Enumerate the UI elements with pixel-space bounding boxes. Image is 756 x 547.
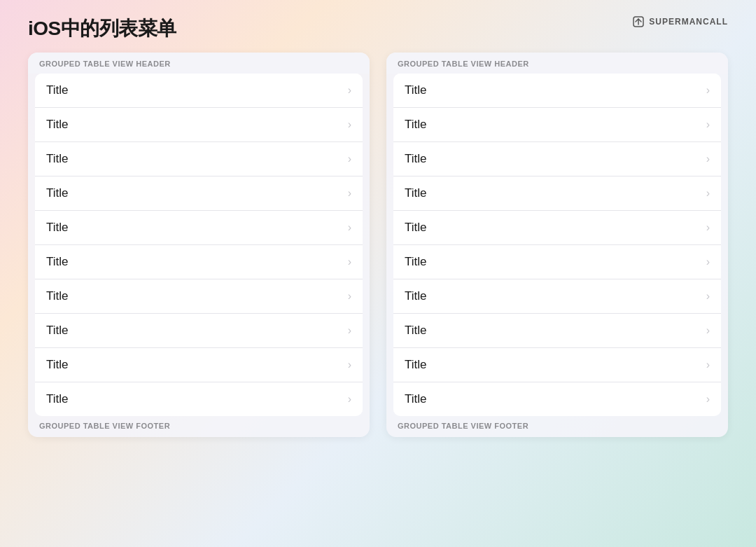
- table-row[interactable]: Title›: [393, 245, 721, 279]
- chevron-right-icon: ›: [348, 153, 351, 165]
- row-title: Title: [405, 392, 427, 406]
- row-title: Title: [46, 358, 69, 372]
- chevron-right-icon: ›: [348, 221, 351, 234]
- chevron-right-icon: ›: [348, 359, 351, 371]
- chevron-right-icon: ›: [348, 393, 351, 406]
- table-row[interactable]: Title›: [35, 176, 363, 211]
- chevron-right-icon: ›: [706, 84, 710, 97]
- chevron-right-icon: ›: [706, 118, 710, 131]
- tables-container: GROUPED TABLE VIEW HEADERTitle›Title›Tit…: [28, 53, 728, 437]
- table-header-0: GROUPED TABLE VIEW HEADER: [28, 53, 370, 74]
- table-row[interactable]: Title›: [393, 211, 721, 245]
- table-left: GROUPED TABLE VIEW HEADERTitle›Title›Tit…: [28, 53, 370, 437]
- chevron-right-icon: ›: [706, 290, 710, 303]
- chevron-right-icon: ›: [706, 221, 710, 234]
- chevron-right-icon: ›: [706, 359, 710, 371]
- table-row[interactable]: Title›: [35, 108, 363, 142]
- table-row[interactable]: Title›: [35, 142, 363, 176]
- table-row[interactable]: Title›: [393, 108, 721, 142]
- row-title: Title: [405, 118, 427, 132]
- row-title: Title: [405, 152, 427, 166]
- row-title: Title: [46, 118, 69, 132]
- chevron-right-icon: ›: [706, 153, 710, 165]
- table-row[interactable]: Title›: [35, 74, 363, 108]
- brand-icon: [632, 15, 645, 28]
- row-title: Title: [405, 186, 427, 200]
- table-row[interactable]: Title›: [35, 382, 363, 416]
- brand-logo: SUPERMANCALL: [632, 15, 728, 28]
- chevron-right-icon: ›: [706, 324, 710, 337]
- table-row[interactable]: Title›: [35, 314, 363, 348]
- table-footer-1: GROUPED TABLE VIEW FOOTER: [386, 416, 728, 437]
- table-row[interactable]: Title›: [35, 211, 363, 245]
- table-row[interactable]: Title›: [393, 176, 721, 211]
- row-title: Title: [46, 255, 69, 269]
- table-row[interactable]: Title›: [393, 142, 721, 176]
- row-title: Title: [46, 83, 69, 97]
- row-title: Title: [405, 289, 427, 303]
- row-title: Title: [46, 392, 69, 406]
- page-title: iOS中的列表菜单: [28, 15, 176, 42]
- table-row[interactable]: Title›: [35, 348, 363, 382]
- table-row[interactable]: Title›: [393, 382, 721, 416]
- table-body-1: Title›Title›Title›Title›Title›Title›Titl…: [393, 74, 721, 416]
- row-title: Title: [405, 324, 427, 338]
- table-body-0: Title›Title›Title›Title›Title›Title›Titl…: [35, 74, 363, 416]
- chevron-right-icon: ›: [348, 84, 351, 97]
- table-row[interactable]: Title›: [393, 348, 721, 382]
- chevron-right-icon: ›: [348, 118, 351, 131]
- table-row[interactable]: Title›: [35, 245, 363, 279]
- row-title: Title: [46, 186, 69, 200]
- row-title: Title: [405, 358, 427, 372]
- chevron-right-icon: ›: [348, 256, 351, 268]
- table-row[interactable]: Title›: [393, 74, 721, 108]
- table-header-1: GROUPED TABLE VIEW HEADER: [386, 53, 728, 74]
- table-row[interactable]: Title›: [35, 279, 363, 314]
- chevron-right-icon: ›: [348, 187, 351, 200]
- table-row[interactable]: Title›: [393, 314, 721, 348]
- chevron-right-icon: ›: [706, 393, 710, 406]
- row-title: Title: [46, 324, 69, 338]
- row-title: Title: [405, 221, 427, 235]
- brand-label: SUPERMANCALL: [649, 17, 728, 27]
- row-title: Title: [46, 152, 69, 166]
- chevron-right-icon: ›: [706, 256, 710, 268]
- row-title: Title: [405, 83, 427, 97]
- table-right: GROUPED TABLE VIEW HEADERTitle›Title›Tit…: [386, 53, 728, 437]
- row-title: Title: [46, 289, 69, 303]
- chevron-right-icon: ›: [348, 290, 351, 303]
- table-footer-0: GROUPED TABLE VIEW FOOTER: [28, 416, 370, 437]
- chevron-right-icon: ›: [706, 187, 710, 200]
- chevron-right-icon: ›: [348, 324, 351, 337]
- row-title: Title: [46, 221, 69, 235]
- table-row[interactable]: Title›: [393, 279, 721, 314]
- row-title: Title: [405, 255, 427, 269]
